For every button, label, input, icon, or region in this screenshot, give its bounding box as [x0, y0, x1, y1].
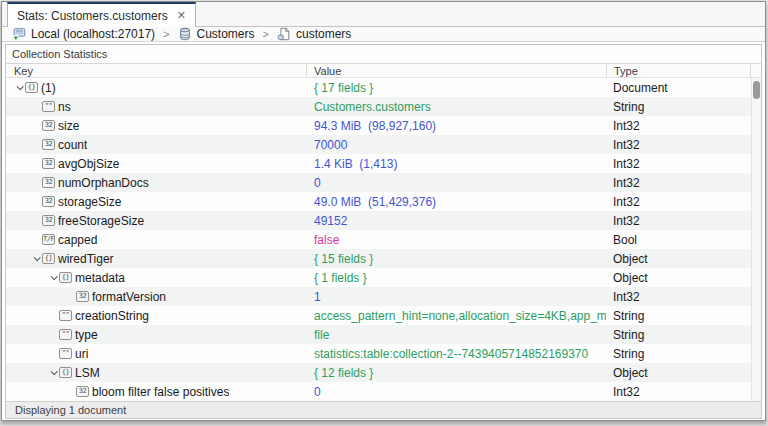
table-row[interactable]: {}(1){ 17 fields }Document — [6, 78, 761, 97]
key-cell: {}metadata — [6, 271, 306, 285]
value-cell: Customers.customers — [306, 100, 606, 114]
table-row[interactable]: 32size94.3 MiB (98,927,160)Int32 — [6, 116, 761, 135]
key-cell: 32size — [6, 119, 306, 133]
type-cell: Int32 — [606, 385, 761, 399]
value-cell: 94.3 MiB (98,927,160) — [306, 119, 606, 133]
type-cell: Int32 — [606, 214, 761, 228]
type-cell: String — [606, 347, 761, 361]
status-bar: Displaying 1 document — [6, 401, 761, 418]
object-type-icon: {} — [59, 367, 72, 378]
int-type-icon: 32 — [42, 158, 55, 169]
key-cell: 32avgObjSize — [6, 157, 306, 171]
key-cell: {}LSM — [6, 366, 306, 380]
object-type-icon: {} — [25, 82, 38, 93]
value-cell: 49.0 MiB (51,429,376) — [306, 195, 606, 209]
value-cell: 49152 — [306, 214, 606, 228]
table-row[interactable]: 32formatVersion1Int32 — [6, 287, 761, 306]
rows-container: {}(1){ 17 fields }Document""nsCustomers.… — [6, 78, 761, 401]
table-row[interactable]: ""uristatistics:table:collection-2--7439… — [6, 344, 761, 363]
value-cell: { 15 fields } — [306, 252, 606, 266]
chevron-down-icon[interactable] — [14, 85, 25, 90]
table-row[interactable]: 32freeStorageSize49152Int32 — [6, 211, 761, 230]
key-cell: 32numOrphanDocs — [6, 176, 306, 190]
database-icon — [178, 27, 192, 41]
type-cell: String — [606, 100, 761, 114]
server-icon — [12, 27, 26, 41]
key-label: storageSize — [58, 195, 121, 209]
value-cell: { 1 fields } — [306, 271, 606, 285]
breadcrumb: Local (localhost:27017) > Customers > cu… — [2, 27, 765, 42]
key-cell: ""uri — [6, 347, 306, 361]
int-type-icon: 32 — [42, 215, 55, 226]
type-cell: Int32 — [606, 138, 761, 152]
chevron-down-icon[interactable] — [31, 256, 42, 261]
key-label: bloom filter false positives — [92, 385, 229, 399]
type-cell: Int32 — [606, 195, 761, 209]
table-row[interactable]: {}wiredTiger{ 15 fields }Object — [6, 249, 761, 268]
breadcrumb-collection-label: customers — [296, 27, 351, 41]
table-row[interactable]: {}LSM{ 12 fields }Object — [6, 363, 761, 382]
key-cell: 32freeStorageSize — [6, 214, 306, 228]
type-cell: Int32 — [606, 157, 761, 171]
chevron-down-icon[interactable] — [48, 275, 59, 280]
type-cell: Int32 — [606, 176, 761, 190]
app-window: Stats: Customers.customers ✕ Local (loca… — [1, 1, 766, 421]
tab-stats[interactable]: Stats: Customers.customers ✕ — [7, 2, 196, 27]
breadcrumb-database[interactable]: Customers — [178, 27, 255, 41]
breadcrumb-separator: > — [263, 28, 269, 40]
table-row[interactable]: 32storageSize49.0 MiB (51,429,376)Int32 — [6, 192, 761, 211]
int-type-icon: 32 — [42, 120, 55, 131]
value-cell: { 17 fields } — [306, 81, 606, 95]
int-type-icon: 32 — [76, 386, 89, 397]
status-text: Displaying 1 document — [15, 404, 126, 416]
string-type-icon: "" — [42, 101, 55, 112]
table-row[interactable]: 32bloom filter false positives0Int32 — [6, 382, 761, 401]
object-type-icon: {} — [42, 253, 55, 264]
key-label: size — [58, 119, 79, 133]
stats-table-body: {}(1){ 17 fields }Document""nsCustomers.… — [6, 78, 761, 401]
value-cell: 1 — [306, 290, 606, 304]
string-type-icon: "" — [59, 310, 72, 321]
value-cell: 70000 — [306, 138, 606, 152]
int-type-icon: 32 — [76, 291, 89, 302]
key-cell: ""type — [6, 328, 306, 342]
key-label: capped — [58, 233, 97, 247]
value-cell: { 12 fields } — [306, 366, 606, 380]
table-row[interactable]: T/FcappedfalseBool — [6, 230, 761, 249]
column-header-key[interactable]: Key — [6, 64, 306, 77]
breadcrumb-connection-label: Local (localhost:27017) — [31, 27, 155, 41]
type-cell: Bool — [606, 233, 761, 247]
collection-statistics-panel: Collection Statistics Key Value Type {}(… — [5, 44, 762, 419]
table-row[interactable]: ""nsCustomers.customersString — [6, 97, 761, 116]
vertical-scrollbar[interactable] — [751, 78, 761, 401]
key-cell: ""ns — [6, 100, 306, 114]
table-row[interactable]: 32numOrphanDocs0Int32 — [6, 173, 761, 192]
key-label: wiredTiger — [58, 252, 114, 266]
scrollbar-thumb[interactable] — [753, 81, 760, 99]
key-label: count — [58, 138, 87, 152]
column-header-value[interactable]: Value — [306, 64, 606, 77]
key-cell: {}(1) — [6, 81, 306, 95]
breadcrumb-connection[interactable]: Local (localhost:27017) — [12, 27, 155, 41]
value-cell: 1.4 KiB (1,413) — [306, 157, 606, 171]
key-label: metadata — [75, 271, 125, 285]
type-cell: Document — [606, 81, 761, 95]
table-row[interactable]: ""creationStringaccess_pattern_hint=none… — [6, 306, 761, 325]
table-row[interactable]: ""typefileString — [6, 325, 761, 344]
column-header-type[interactable]: Type — [606, 64, 751, 77]
int-type-icon: 32 — [42, 196, 55, 207]
tab-title: Stats: Customers.customers — [17, 9, 168, 23]
object-type-icon: {} — [59, 272, 72, 283]
key-label: (1) — [41, 81, 56, 95]
value-cell: 0 — [306, 176, 606, 190]
breadcrumb-collection[interactable]: customers — [277, 27, 351, 41]
key-cell: T/Fcapped — [6, 233, 306, 247]
collection-icon — [277, 27, 291, 41]
key-cell: 32storageSize — [6, 195, 306, 209]
table-row[interactable]: {}metadata{ 1 fields }Object — [6, 268, 761, 287]
chevron-down-icon[interactable] — [48, 370, 59, 375]
table-row[interactable]: 32avgObjSize1.4 KiB (1,413)Int32 — [6, 154, 761, 173]
table-row[interactable]: 32count70000Int32 — [6, 135, 761, 154]
key-label: freeStorageSize — [58, 214, 144, 228]
close-icon[interactable]: ✕ — [177, 10, 186, 21]
